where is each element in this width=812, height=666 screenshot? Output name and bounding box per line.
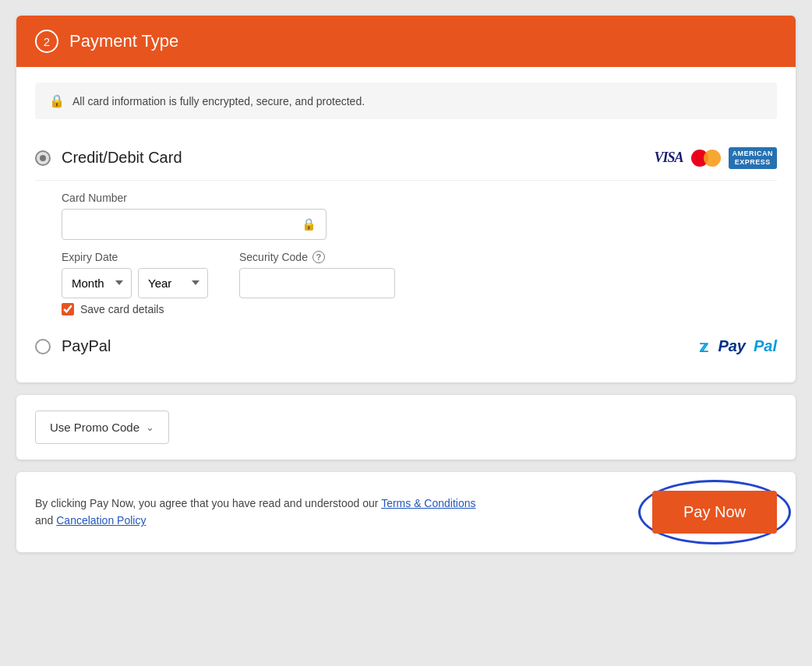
security-group: Security Code ? (239, 251, 395, 298)
promo-section: Use Promo Code ⌄ (16, 395, 796, 460)
security-code-label: Security Code (239, 251, 308, 263)
step-circle: 2 (35, 30, 58, 53)
mastercard-logo (691, 149, 721, 167)
paypal-label: PayPal (62, 337, 699, 355)
paypal-method[interactable]: PayPal 𝕫 PayPal (35, 323, 777, 367)
card-number-input[interactable] (72, 217, 302, 231)
paypal-text2: Pal (754, 337, 777, 355)
pay-now-button[interactable]: Pay Now (652, 491, 777, 534)
security-input-wrapper (239, 268, 395, 298)
terms-and-text: and (35, 514, 56, 527)
year-select[interactable]: Year 202420252026 202720282029 2030 (138, 268, 208, 298)
security-notice: 🔒 All card information is fully encrypte… (35, 83, 777, 119)
save-card-label: Save card details (80, 303, 164, 315)
save-card-checkbox[interactable] (62, 303, 74, 315)
card-number-group: Card Number 🔒 (62, 192, 777, 240)
payment-section: 2 Payment Type 🔒 All card information is… (16, 16, 796, 382)
card-number-wrapper: 🔒 (62, 209, 327, 240)
credit-debit-label: Credit/Debit Card (62, 149, 654, 167)
lock-icon: 🔒 (49, 93, 65, 108)
credit-debit-radio[interactable] (35, 150, 51, 166)
expiry-selects: Month 010203 040506 070809 101112 Year 2… (62, 268, 208, 298)
save-card-row: Save card details (62, 303, 777, 315)
paypal-p-icon: 𝕫 (699, 337, 708, 356)
section-title: Payment Type (69, 31, 178, 51)
paypal-text: Pay (718, 337, 746, 355)
month-select[interactable]: Month 010203 040506 070809 101112 (62, 268, 132, 298)
expiry-label: Expiry Date (62, 251, 208, 263)
expiry-group: Expiry Date Month 010203 040506 070809 1… (62, 251, 208, 298)
promo-chevron-icon: ⌄ (146, 421, 154, 433)
section-body: 🔒 All card information is fully encrypte… (16, 67, 796, 382)
security-code-input[interactable] (249, 277, 385, 290)
promo-button[interactable]: Use Promo Code ⌄ (35, 411, 169, 444)
security-text: All card information is fully encrypted,… (72, 95, 365, 107)
terms-conditions-link[interactable]: Terms & Conditions (381, 497, 475, 509)
expiry-security-row: Expiry Date Month 010203 040506 070809 1… (62, 251, 777, 298)
terms-section: By clicking Pay Now, you agree that you … (16, 472, 796, 552)
terms-text: By clicking Pay Now, you agree that you … (35, 495, 487, 530)
radio-inner (40, 155, 46, 161)
card-number-label: Card Number (62, 192, 777, 204)
credit-debit-method[interactable]: Credit/Debit Card VISA AMERICANEXPRESS (35, 133, 777, 181)
terms-text-before: By clicking Pay Now, you agree that you … (35, 497, 381, 509)
security-label-row: Security Code ? (239, 251, 395, 263)
promo-button-label: Use Promo Code (50, 421, 139, 434)
card-logos: VISA AMERICANEXPRESS (654, 147, 777, 169)
cancelation-policy-link[interactable]: Cancelation Policy (56, 514, 146, 527)
page-container: 2 Payment Type 🔒 All card information is… (16, 16, 796, 552)
card-lock-icon: 🔒 (302, 217, 316, 231)
section-header: 2 Payment Type (16, 16, 796, 67)
amex-logo: AMERICANEXPRESS (729, 147, 778, 169)
mc-circle-right (704, 150, 721, 167)
pay-now-wrapper: Pay Now (652, 491, 777, 534)
visa-logo: VISA (654, 150, 683, 166)
paypal-logo-wrapper: 𝕫 PayPal (699, 337, 777, 356)
card-form: Card Number 🔒 Expiry Date Month (35, 181, 777, 323)
question-icon[interactable]: ? (312, 251, 325, 263)
paypal-radio[interactable] (35, 339, 51, 354)
